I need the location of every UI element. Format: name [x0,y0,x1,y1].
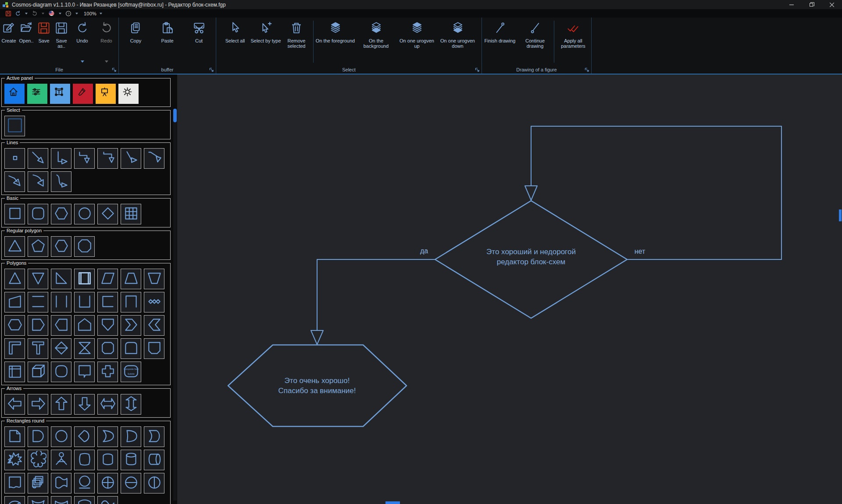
canvas-hscrollbar-thumb[interactable] [385,501,400,504]
dropdown-caret-icon[interactable] [105,60,108,63]
shape-button-arrow-left-right[interactable] [97,394,118,415]
shape-button-elbow-right-down-2[interactable] [97,148,118,169]
shape-button-database[interactable] [121,450,141,470]
shape-button-wave-shape[interactable] [97,496,118,504]
ribbon-button-save-as[interactable]: Save as.. [53,21,70,64]
shape-button-arrow-diagonal[interactable] [28,148,48,169]
shape-button-rounded-square[interactable] [28,204,48,224]
ribbon-button-select-by-type[interactable]: Select by type [250,21,281,64]
drawing-canvas[interactable]: Это хороший и недорогой редактор блок-сх… [177,75,842,504]
shape-button-trapezoid-inverted[interactable] [144,269,164,289]
shape-button-tee-shape[interactable] [28,338,48,359]
shape-button-elbow-right-down[interactable] [74,148,95,169]
shape-button-pentagon-point-right[interactable] [28,315,48,336]
shape-button-circle[interactable] [74,204,95,224]
shape-button-banner-wavy[interactable] [4,473,25,493]
zoom-level[interactable]: 100% [84,11,96,16]
shape-button-pentagon-down[interactable] [97,315,118,336]
shape-button-arrow-up-down[interactable] [121,394,141,415]
shape-button-double-edge-rect[interactable] [74,269,95,289]
shape-button-corner-shape[interactable] [4,338,25,359]
shape-button-beveled-bottom-rect[interactable] [144,338,164,359]
shape-button-teardrop-right[interactable] [121,426,141,447]
shape-button-arrow-left[interactable] [4,394,25,415]
zoom-dropdown-caret-icon[interactable] [100,13,102,14]
shape-button-arrow-right[interactable] [28,394,48,415]
help-icon[interactable]: ? [64,9,72,18]
ribbon-button-select-all[interactable]: Select all [220,21,250,64]
shape-button-document-corner[interactable] [4,426,25,447]
shape-button-half-round-right[interactable] [28,426,48,447]
shape-button-grid[interactable] [121,204,141,224]
shape-button-s-curve-arrow[interactable] [51,171,71,192]
panel-tab-easel[interactable] [96,84,116,104]
shape-button-curved-panel[interactable] [144,426,164,447]
shape-button-burst[interactable] [4,450,25,470]
shape-button-cloud[interactable] [28,450,48,470]
shape-button-curve-arrow[interactable] [28,171,48,192]
redo-dropdown-caret-icon[interactable] [42,13,44,14]
shape-button-rounded-top-rect[interactable] [121,338,141,359]
shape-button-crescent[interactable] [97,426,118,447]
panel-tab-paint-brush[interactable] [73,84,93,104]
shape-button-octagon-cut[interactable] [97,338,118,359]
connector-yes-branch[interactable] [317,259,435,330]
shape-button-triangle-down[interactable] [28,269,48,289]
ribbon-button-create[interactable]: Create [0,21,18,64]
edge-label-yes[interactable]: да [411,247,437,255]
shape-button-ellipse-diagonal[interactable] [4,496,25,504]
shape-button-circle-underline[interactable] [74,473,95,493]
quick-redo-icon[interactable] [31,9,39,18]
ribbon-button-save[interactable]: Save [35,21,53,64]
ribbon-button-copy[interactable]: Copy [120,21,152,64]
ribbon-button-cut[interactable]: Cut [183,21,215,64]
shape-button-diamond-split[interactable] [51,338,71,359]
panel-tab-home[interactable] [4,84,25,104]
shape-button-cylinder-round[interactable] [97,450,118,470]
shape-button-sheet-stack[interactable] [28,473,48,493]
shape-button-leaf-left[interactable] [74,426,95,447]
shape-button-composite-seal[interactable]: Composite SealSubtitle [121,362,141,382]
terminal-node-text[interactable]: Это очень хорошо! Спасибо за внимание! [251,376,383,396]
close-button[interactable] [822,0,842,9]
panel-tab-gear[interactable] [118,84,139,104]
shape-button-arrow-up[interactable] [51,394,71,415]
shape-button-rect-open-bottom[interactable] [121,292,141,312]
edge-label-no[interactable]: нет [622,248,657,256]
shape-button-barrel[interactable] [74,450,95,470]
shape-button-circle-cross[interactable] [97,473,118,493]
flag-dropdown-caret-icon[interactable] [59,13,61,14]
shape-button-speech-bubble[interactable] [74,362,95,382]
shape-button-rounded-rect-2[interactable] [51,362,71,382]
shape-button-window-rect[interactable] [4,362,25,382]
shape-button-triangle[interactable] [4,236,25,257]
restore-button[interactable] [802,0,822,9]
group-launcher-icon[interactable] [112,67,117,72]
ribbon-button-apply-parameters[interactable]: Apply all parameters [556,21,591,64]
panel-tab-text-frame[interactable] [50,84,70,104]
group-launcher-icon[interactable] [585,67,589,72]
shape-button-right-triangle[interactable] [51,269,71,289]
shape-button-pentagon-point-left[interactable] [51,315,71,336]
palette-scrollbar-thumb[interactable] [173,109,177,122]
help-dropdown-caret-icon[interactable] [75,13,78,14]
undo-dropdown-caret-icon[interactable] [25,13,28,14]
quick-undo-icon[interactable] [14,9,22,18]
ribbon-button-undo[interactable]: Undo [70,21,94,64]
shape-button-hexagon-regular[interactable] [51,236,71,257]
group-launcher-icon[interactable] [209,67,214,72]
shape-button-slant-arrow-right[interactable] [121,148,141,169]
shape-button-hexagon[interactable] [51,204,71,224]
shape-button-hourglass[interactable] [74,338,95,359]
shape-button-curve-banner[interactable] [74,496,95,504]
ribbon-button-level-up[interactable]: On one urogven up [396,21,437,64]
shape-button-cylinder-horizontal[interactable] [144,450,164,470]
shape-button-square[interactable] [4,204,25,224]
shape-button-bowtie-curve[interactable] [28,496,48,504]
language-flag-icon[interactable] [47,9,56,18]
shape-button-elbow-down-right[interactable] [51,148,71,169]
shape-button-person[interactable] [51,450,71,470]
shape-button-rect-top-bottom[interactable] [28,292,48,312]
shape-button-trapezoid[interactable] [121,269,141,289]
ribbon-button-redo[interactable]: Redo [94,21,118,64]
